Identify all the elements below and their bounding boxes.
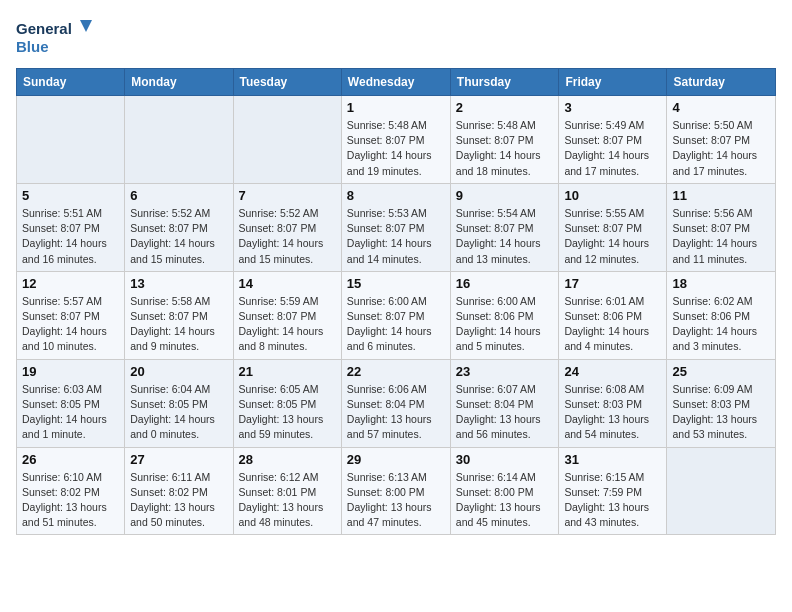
day-number: 13 <box>130 276 227 291</box>
calendar-cell <box>667 447 776 535</box>
day-info: Sunrise: 6:11 AM Sunset: 8:02 PM Dayligh… <box>130 470 227 531</box>
day-number: 7 <box>239 188 336 203</box>
week-row-1: 1Sunrise: 5:48 AM Sunset: 8:07 PM Daylig… <box>17 96 776 184</box>
calendar-cell: 8Sunrise: 5:53 AM Sunset: 8:07 PM Daylig… <box>341 183 450 271</box>
calendar-cell: 9Sunrise: 5:54 AM Sunset: 8:07 PM Daylig… <box>450 183 559 271</box>
logo-icon: General Blue <box>16 16 96 60</box>
day-info: Sunrise: 6:05 AM Sunset: 8:05 PM Dayligh… <box>239 382 336 443</box>
day-number: 21 <box>239 364 336 379</box>
day-info: Sunrise: 5:52 AM Sunset: 8:07 PM Dayligh… <box>130 206 227 267</box>
calendar-cell: 16Sunrise: 6:00 AM Sunset: 8:06 PM Dayli… <box>450 271 559 359</box>
day-number: 8 <box>347 188 445 203</box>
svg-text:Blue: Blue <box>16 38 49 55</box>
day-number: 17 <box>564 276 661 291</box>
day-number: 11 <box>672 188 770 203</box>
day-number: 27 <box>130 452 227 467</box>
day-number: 23 <box>456 364 554 379</box>
day-info: Sunrise: 6:02 AM Sunset: 8:06 PM Dayligh… <box>672 294 770 355</box>
day-info: Sunrise: 5:55 AM Sunset: 8:07 PM Dayligh… <box>564 206 661 267</box>
weekday-header-monday: Monday <box>125 69 233 96</box>
svg-text:General: General <box>16 20 72 37</box>
calendar-cell: 30Sunrise: 6:14 AM Sunset: 8:00 PM Dayli… <box>450 447 559 535</box>
calendar-cell: 23Sunrise: 6:07 AM Sunset: 8:04 PM Dayli… <box>450 359 559 447</box>
calendar-cell: 2Sunrise: 5:48 AM Sunset: 8:07 PM Daylig… <box>450 96 559 184</box>
day-number: 28 <box>239 452 336 467</box>
calendar-cell: 25Sunrise: 6:09 AM Sunset: 8:03 PM Dayli… <box>667 359 776 447</box>
calendar-cell: 27Sunrise: 6:11 AM Sunset: 8:02 PM Dayli… <box>125 447 233 535</box>
day-number: 22 <box>347 364 445 379</box>
day-info: Sunrise: 5:59 AM Sunset: 8:07 PM Dayligh… <box>239 294 336 355</box>
calendar-table: SundayMondayTuesdayWednesdayThursdayFrid… <box>16 68 776 535</box>
day-number: 3 <box>564 100 661 115</box>
day-info: Sunrise: 5:58 AM Sunset: 8:07 PM Dayligh… <box>130 294 227 355</box>
day-info: Sunrise: 6:07 AM Sunset: 8:04 PM Dayligh… <box>456 382 554 443</box>
day-number: 26 <box>22 452 119 467</box>
day-info: Sunrise: 6:15 AM Sunset: 7:59 PM Dayligh… <box>564 470 661 531</box>
weekday-header-saturday: Saturday <box>667 69 776 96</box>
calendar-cell: 20Sunrise: 6:04 AM Sunset: 8:05 PM Dayli… <box>125 359 233 447</box>
calendar-cell <box>17 96 125 184</box>
day-info: Sunrise: 5:52 AM Sunset: 8:07 PM Dayligh… <box>239 206 336 267</box>
calendar-cell: 10Sunrise: 5:55 AM Sunset: 8:07 PM Dayli… <box>559 183 667 271</box>
day-info: Sunrise: 6:08 AM Sunset: 8:03 PM Dayligh… <box>564 382 661 443</box>
calendar-cell: 31Sunrise: 6:15 AM Sunset: 7:59 PM Dayli… <box>559 447 667 535</box>
day-info: Sunrise: 6:14 AM Sunset: 8:00 PM Dayligh… <box>456 470 554 531</box>
day-number: 4 <box>672 100 770 115</box>
day-number: 29 <box>347 452 445 467</box>
weekday-header-row: SundayMondayTuesdayWednesdayThursdayFrid… <box>17 69 776 96</box>
calendar-cell: 15Sunrise: 6:00 AM Sunset: 8:07 PM Dayli… <box>341 271 450 359</box>
calendar-cell: 14Sunrise: 5:59 AM Sunset: 8:07 PM Dayli… <box>233 271 341 359</box>
page-header: General Blue <box>16 16 776 60</box>
calendar-cell <box>125 96 233 184</box>
week-row-3: 12Sunrise: 5:57 AM Sunset: 8:07 PM Dayli… <box>17 271 776 359</box>
day-info: Sunrise: 6:03 AM Sunset: 8:05 PM Dayligh… <box>22 382 119 443</box>
day-number: 25 <box>672 364 770 379</box>
calendar-cell: 7Sunrise: 5:52 AM Sunset: 8:07 PM Daylig… <box>233 183 341 271</box>
day-number: 12 <box>22 276 119 291</box>
day-info: Sunrise: 6:09 AM Sunset: 8:03 PM Dayligh… <box>672 382 770 443</box>
calendar-cell: 13Sunrise: 5:58 AM Sunset: 8:07 PM Dayli… <box>125 271 233 359</box>
day-number: 9 <box>456 188 554 203</box>
day-info: Sunrise: 5:50 AM Sunset: 8:07 PM Dayligh… <box>672 118 770 179</box>
day-info: Sunrise: 5:54 AM Sunset: 8:07 PM Dayligh… <box>456 206 554 267</box>
calendar-cell <box>233 96 341 184</box>
calendar-cell: 5Sunrise: 5:51 AM Sunset: 8:07 PM Daylig… <box>17 183 125 271</box>
calendar-cell: 4Sunrise: 5:50 AM Sunset: 8:07 PM Daylig… <box>667 96 776 184</box>
day-info: Sunrise: 5:48 AM Sunset: 8:07 PM Dayligh… <box>456 118 554 179</box>
week-row-5: 26Sunrise: 6:10 AM Sunset: 8:02 PM Dayli… <box>17 447 776 535</box>
day-info: Sunrise: 5:56 AM Sunset: 8:07 PM Dayligh… <box>672 206 770 267</box>
day-number: 1 <box>347 100 445 115</box>
calendar-cell: 6Sunrise: 5:52 AM Sunset: 8:07 PM Daylig… <box>125 183 233 271</box>
calendar-cell: 1Sunrise: 5:48 AM Sunset: 8:07 PM Daylig… <box>341 96 450 184</box>
calendar-cell: 29Sunrise: 6:13 AM Sunset: 8:00 PM Dayli… <box>341 447 450 535</box>
day-number: 24 <box>564 364 661 379</box>
day-number: 20 <box>130 364 227 379</box>
svg-marker-2 <box>80 20 92 32</box>
calendar-cell: 26Sunrise: 6:10 AM Sunset: 8:02 PM Dayli… <box>17 447 125 535</box>
day-number: 14 <box>239 276 336 291</box>
day-number: 19 <box>22 364 119 379</box>
day-info: Sunrise: 5:48 AM Sunset: 8:07 PM Dayligh… <box>347 118 445 179</box>
day-number: 2 <box>456 100 554 115</box>
day-number: 18 <box>672 276 770 291</box>
day-info: Sunrise: 5:57 AM Sunset: 8:07 PM Dayligh… <box>22 294 119 355</box>
calendar-cell: 3Sunrise: 5:49 AM Sunset: 8:07 PM Daylig… <box>559 96 667 184</box>
weekday-header-wednesday: Wednesday <box>341 69 450 96</box>
day-info: Sunrise: 5:49 AM Sunset: 8:07 PM Dayligh… <box>564 118 661 179</box>
day-number: 6 <box>130 188 227 203</box>
day-number: 30 <box>456 452 554 467</box>
weekday-header-thursday: Thursday <box>450 69 559 96</box>
week-row-4: 19Sunrise: 6:03 AM Sunset: 8:05 PM Dayli… <box>17 359 776 447</box>
day-info: Sunrise: 6:04 AM Sunset: 8:05 PM Dayligh… <box>130 382 227 443</box>
day-number: 31 <box>564 452 661 467</box>
day-number: 10 <box>564 188 661 203</box>
calendar-cell: 17Sunrise: 6:01 AM Sunset: 8:06 PM Dayli… <box>559 271 667 359</box>
weekday-header-tuesday: Tuesday <box>233 69 341 96</box>
weekday-header-friday: Friday <box>559 69 667 96</box>
day-number: 15 <box>347 276 445 291</box>
day-number: 16 <box>456 276 554 291</box>
day-info: Sunrise: 6:13 AM Sunset: 8:00 PM Dayligh… <box>347 470 445 531</box>
day-info: Sunrise: 6:10 AM Sunset: 8:02 PM Dayligh… <box>22 470 119 531</box>
calendar-cell: 22Sunrise: 6:06 AM Sunset: 8:04 PM Dayli… <box>341 359 450 447</box>
calendar-cell: 18Sunrise: 6:02 AM Sunset: 8:06 PM Dayli… <box>667 271 776 359</box>
